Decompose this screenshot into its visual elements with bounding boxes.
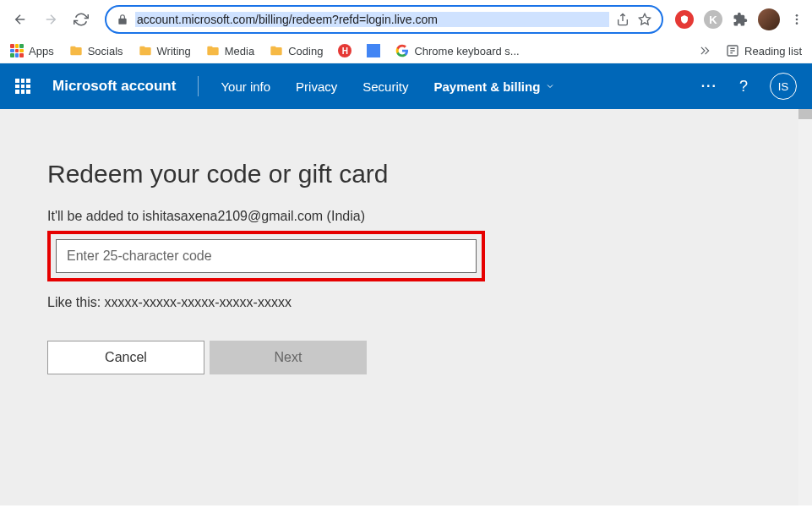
h-bookmark[interactable]: H: [338, 44, 352, 57]
content-area: Redeem your code or gift card It'll be a…: [0, 109, 812, 505]
chevron-down-icon: [545, 81, 555, 91]
address-bar[interactable]: account.microsoft.com/billing/redeem?ref…: [105, 5, 663, 34]
share-icon[interactable]: [616, 13, 629, 26]
folder-icon: [206, 44, 220, 57]
svg-point-2: [796, 22, 798, 25]
back-button[interactable]: [8, 8, 32, 31]
vertical-scrollbar[interactable]: [798, 109, 812, 505]
extensions-icon[interactable]: [733, 12, 748, 27]
socials-bookmark[interactable]: Socials: [69, 44, 123, 57]
media-bookmark[interactable]: Media: [206, 44, 254, 57]
apps-label: Apps: [29, 45, 54, 57]
google-icon: [395, 44, 409, 57]
profile-avatar[interactable]: [758, 8, 780, 30]
input-highlight-box: [47, 231, 485, 281]
reading-list-label: Reading list: [744, 45, 802, 57]
header-divider: [198, 76, 199, 96]
nav-your-info[interactable]: Your info: [221, 79, 270, 94]
reading-list-icon: [726, 44, 739, 57]
ms-header: Microsoft account Your info Privacy Secu…: [0, 63, 812, 109]
site-title: Microsoft account: [52, 78, 176, 95]
reading-list-button[interactable]: Reading list: [726, 44, 802, 57]
user-avatar[interactable]: IS: [770, 73, 797, 100]
writing-label: Writing: [157, 45, 191, 57]
apps-bookmark[interactable]: Apps: [10, 44, 54, 57]
nav-security[interactable]: Security: [362, 79, 408, 94]
svg-point-1: [796, 19, 798, 21]
folder-icon: [270, 44, 283, 57]
ublock-icon[interactable]: [675, 10, 694, 29]
header-more[interactable]: ···: [701, 79, 717, 94]
writing-bookmark[interactable]: Writing: [139, 44, 191, 57]
forward-button[interactable]: [39, 8, 63, 31]
lock-icon: [117, 14, 128, 25]
coding-bookmark[interactable]: Coding: [270, 44, 323, 57]
app-launcher-icon[interactable]: [15, 79, 30, 94]
account-subtext: It'll be added to ishitasaxena2109@gmail…: [47, 209, 765, 224]
blue-bookmark[interactable]: [367, 44, 380, 57]
chrome-keyboard-label: Chrome keyboard s...: [414, 45, 519, 57]
next-button[interactable]: Next: [210, 341, 367, 374]
scrollbar-thumb[interactable]: [798, 109, 812, 119]
coding-label: Coding: [288, 45, 323, 57]
h-circle-icon: H: [338, 44, 352, 57]
code-format-hint: Like this: xxxxx-xxxxx-xxxxx-xxxxx-xxxxx: [47, 295, 765, 310]
folder-icon: [69, 44, 83, 57]
socials-label: Socials: [88, 45, 123, 57]
apps-grid-icon: [10, 44, 24, 57]
url-text: account.microsoft.com/billing/redeem?ref…: [135, 12, 609, 27]
chrome-keyboard-bookmark[interactable]: Chrome keyboard s...: [395, 44, 519, 57]
nav-privacy[interactable]: Privacy: [296, 79, 337, 94]
nav-payment-billing[interactable]: Payment & billing: [433, 79, 555, 94]
svg-point-0: [796, 14, 798, 17]
media-label: Media: [225, 45, 254, 57]
header-nav: Your info Privacy Security Payment & bil…: [221, 79, 555, 94]
folder-icon: [139, 44, 152, 57]
page-heading: Redeem your code or gift card: [47, 160, 765, 188]
code-input[interactable]: [56, 239, 477, 273]
reload-button[interactable]: [69, 8, 93, 31]
browser-toolbar: account.microsoft.com/billing/redeem?ref…: [0, 0, 812, 39]
kebab-menu-icon[interactable]: [790, 13, 804, 26]
cancel-button[interactable]: Cancel: [47, 341, 204, 374]
bookmarks-overflow-icon[interactable]: [699, 45, 711, 57]
nav-payment-billing-label: Payment & billing: [433, 79, 540, 94]
help-icon[interactable]: ?: [739, 78, 748, 96]
star-icon[interactable]: [638, 13, 651, 26]
button-row: Cancel Next: [47, 341, 765, 374]
blue-square-icon: [367, 44, 380, 57]
extension-k-icon[interactable]: K: [704, 10, 722, 29]
bookmarks-bar: Apps Socials Writing Media Coding H Chro…: [0, 39, 812, 63]
